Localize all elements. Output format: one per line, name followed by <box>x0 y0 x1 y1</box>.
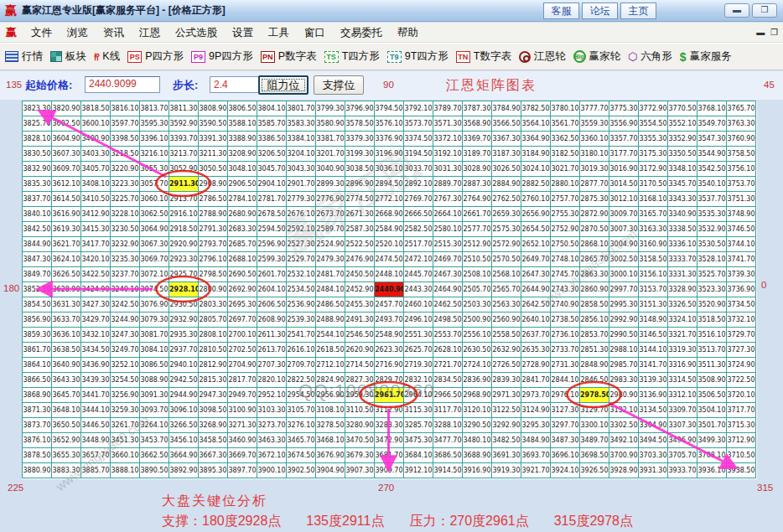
matrix-cell: 3595.30 <box>140 116 169 132</box>
matrix-cell: 3691.30 <box>492 448 521 463</box>
toolbar-item-T四方形[interactable]: TST四方形 <box>324 49 380 64</box>
matrix-cell: 2724.10 <box>463 358 492 373</box>
toolbar-item-T数字表[interactable]: TNT数字表 <box>456 49 511 64</box>
matrix-cell: 2630.50 <box>463 343 492 358</box>
window-title: 赢家江恩专业版[赢家服务平台] - [价格正方形] <box>22 3 226 18</box>
matrix-cell: 3384.10 <box>287 132 316 147</box>
menu-item-交易委托[interactable]: 交易委托 <box>333 25 390 40</box>
matrix-cell: 2956.90 <box>316 388 345 403</box>
matrix-cell: 3499.30 <box>697 433 727 448</box>
matrix-cell: 3885.70 <box>81 463 111 478</box>
resistance-button[interactable]: 阻力位 <box>258 75 309 95</box>
matrix-cell: 3024.10 <box>521 162 551 177</box>
matrix-cell: 3021.70 <box>551 162 580 177</box>
matrix-cell: 3792.10 <box>404 101 433 116</box>
start-price-input[interactable]: 2440.9099 <box>85 76 160 93</box>
toolbar-item-赢家服务[interactable]: $赢家服务 <box>680 49 732 64</box>
matrix-cell: 3528.10 <box>697 252 727 267</box>
matrix-cell: 2568.10 <box>492 267 521 282</box>
menu-item-设置[interactable]: 设置 <box>225 25 261 40</box>
matrix-cell: 3715.30 <box>727 418 756 433</box>
menu-item-公式选股[interactable]: 公式选股 <box>168 25 225 40</box>
matrix-cell: 3674.50 <box>287 448 316 463</box>
matrix-cell: 3434.50 <box>81 343 111 358</box>
matrix-cell: 3280.90 <box>345 418 375 433</box>
matrix-cell: 3592.90 <box>169 116 199 132</box>
matrix-cell: 3196.90 <box>375 147 404 162</box>
toolbar-item-行情[interactable]: 行情 <box>5 49 43 64</box>
matrix-cell: 3422.50 <box>81 267 111 282</box>
toolbar-item-赢家轮[interactable]: Big赢家轮 <box>573 49 621 64</box>
matrix-cell: 2913.70 <box>169 192 199 207</box>
matrix-cell: 2812.90 <box>199 358 228 373</box>
toolbar-item-9T四方形[interactable]: T99T四方形 <box>387 49 449 64</box>
matrix-cell: 3871.30 <box>23 403 52 418</box>
homepage-button[interactable]: 主页 <box>620 3 656 19</box>
menu-item-资讯[interactable]: 资讯 <box>96 25 132 40</box>
matrix-cell: 3249.70 <box>111 343 140 358</box>
matrix-cell: 3326.50 <box>668 297 697 312</box>
matrix-cell: 3796.90 <box>345 101 375 116</box>
menu-item-窗口[interactable]: 窗口 <box>297 25 333 40</box>
toolbar-item-K线[interactable]: ⫮⫯K线 <box>94 49 120 64</box>
menu-item-浏览[interactable]: 浏览 <box>60 25 96 40</box>
matrix-cell: 3386.50 <box>257 132 287 147</box>
menu-item-文件[interactable]: 文件 <box>23 25 60 40</box>
matrix-cell: 3444.10 <box>81 403 111 418</box>
matrix-cell: 2505.70 <box>463 282 492 297</box>
matrix-cell: 2524.90 <box>316 237 345 252</box>
matrix-cell: 2510.50 <box>463 252 492 267</box>
matrix-cell: 3746.50 <box>727 222 756 237</box>
matrix-cell: 3765.70 <box>727 101 756 116</box>
toolbar-item-9P四方形[interactable]: P99P四方形 <box>191 49 253 64</box>
matrix-cell: 2716.90 <box>375 358 404 373</box>
toolbar-item-六角形[interactable]: ⬡六角形 <box>628 49 672 64</box>
matrix-cell: 2865.70 <box>580 252 609 267</box>
menu-item-帮助[interactable]: 帮助 <box>390 25 426 40</box>
matrix-cell: 2755.30 <box>551 207 580 222</box>
menu-item-工具[interactable]: 工具 <box>261 25 297 40</box>
app-logo-icon: 赢 <box>5 3 17 18</box>
toolbar-item-板块[interactable]: 板块 <box>50 49 86 64</box>
matrix-cell: 3312.10 <box>668 388 697 403</box>
restore-button[interactable]: ❐ <box>752 3 777 18</box>
matrix-cell: 3254.50 <box>111 373 140 388</box>
minimize-button[interactable]: ▬ <box>724 3 749 18</box>
matrix-cell: 2762.50 <box>492 192 521 207</box>
matrix-cell: 3535.30 <box>697 207 727 222</box>
matrix-cell: 3739.30 <box>727 267 756 282</box>
matrix-cell: 2788.90 <box>199 207 228 222</box>
toolbar-item-P数字表[interactable]: PNP数字表 <box>261 49 317 64</box>
matrix-cell: 3156.10 <box>639 267 668 282</box>
degree-label-45: 45 <box>764 80 775 90</box>
customer-service-button[interactable]: 客服 <box>543 3 579 19</box>
matrix-cell: 3883.30 <box>52 463 81 478</box>
matrix-cell: 3624.10 <box>52 252 81 267</box>
matrix-cell: 2760.10 <box>521 192 551 207</box>
step-label: 步长: <box>173 78 198 93</box>
badge-PN: PN <box>261 51 275 63</box>
toolbar-item-江恩轮[interactable]: 江恩轮 <box>519 49 566 64</box>
support-button[interactable]: 支撑位 <box>314 75 364 95</box>
mdi-window-icons[interactable]: ▬ ❐ <box>756 28 780 37</box>
matrix-cell: 2887.30 <box>463 177 492 192</box>
key-level-text: 压力：270度2961点 <box>409 514 528 528</box>
matrix-cell: 2853.70 <box>580 328 609 343</box>
matrix-cell: 3223.30 <box>111 177 140 192</box>
matrix-cell: 3242.50 <box>111 297 140 312</box>
matrix-cell: 2484.10 <box>316 282 345 297</box>
matrix-cell: 3028.90 <box>463 162 492 177</box>
matrix-cell: 2976.10 <box>551 388 580 403</box>
matrix-cell: 2832.10 <box>404 373 433 388</box>
menu-item-江恩[interactable]: 江恩 <box>132 25 168 40</box>
matrix-cell: 2546.50 <box>345 328 375 343</box>
matrix-cell: 3033.70 <box>404 162 433 177</box>
matrix-cell: 3542.50 <box>697 162 727 177</box>
forum-button[interactable]: 论坛 <box>582 3 618 19</box>
toolbar-item-P四方形[interactable]: PSP四方形 <box>127 49 184 64</box>
matrix-cell: 3278.50 <box>316 418 345 433</box>
matrix-cell: 3844.90 <box>23 237 52 252</box>
matrix-cell: 3345.70 <box>668 177 697 192</box>
badge-TS: TS <box>324 51 339 63</box>
matrix-cell: 2726.50 <box>492 358 521 373</box>
